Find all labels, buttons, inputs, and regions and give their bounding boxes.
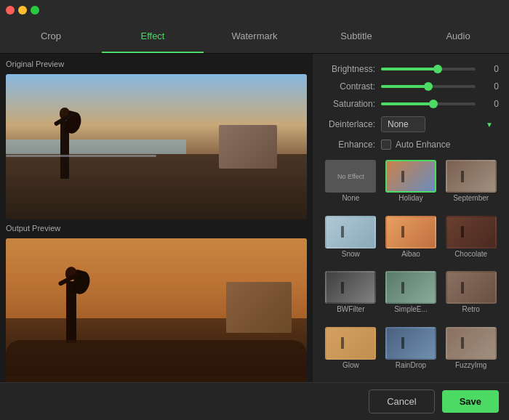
contrast-slider[interactable]: [381, 85, 476, 88]
brightness-label: Brightness:: [323, 64, 381, 74]
filter-name-september: September: [453, 194, 489, 202]
right-panel: Brightness: 0 Contrast: 0 Saturation: 0: [313, 54, 509, 420]
filter-name-aibao: Aibao: [401, 250, 420, 258]
filter-item-glow[interactable]: Glow: [323, 327, 379, 379]
filter-name-glow: Glow: [342, 361, 359, 369]
filter-item-chocolate[interactable]: Chocolate: [443, 216, 499, 267]
auto-enhance-text: Auto Enhance: [396, 140, 450, 150]
auto-enhance-checkbox[interactable]: [381, 140, 391, 150]
filter-grid: No EffectNoneHolidaySeptemberSnowAibaoCh…: [323, 160, 499, 378]
saturation-slider[interactable]: [381, 102, 476, 105]
filter-name-simple: SimpleE...: [394, 305, 428, 313]
deinterlace-dropdown-wrapper: None Low Medium High ▼: [381, 116, 499, 132]
original-preview-label: Original Preview: [6, 60, 307, 68]
enhance-row: Enhance: Auto Enhance: [323, 140, 499, 150]
filter-item-none[interactable]: No EffectNone: [323, 160, 379, 211]
cancel-button[interactable]: Cancel: [369, 389, 434, 413]
saturation-label: Saturation:: [323, 99, 381, 109]
saturation-row: Saturation: 0: [323, 99, 499, 109]
contrast-label: Contrast:: [323, 81, 381, 92]
filter-thumb-september: [446, 160, 497, 193]
output-preview-label: Output Preview: [6, 224, 307, 233]
tab-crop[interactable]: Crop: [0, 20, 102, 53]
contrast-row: Contrast: 0: [323, 81, 499, 92]
filter-item-fuzzyimg[interactable]: FuzzyImg: [443, 327, 499, 379]
dropdown-arrow-icon: ▼: [486, 121, 493, 129]
filter-thumb-retro: [446, 271, 497, 304]
contrast-fill: [381, 85, 428, 88]
deinterlace-row: Deinterlace: None Low Medium High ▼: [323, 116, 499, 132]
original-preview: [6, 74, 307, 219]
left-panel: Original Preview: [0, 54, 313, 420]
filter-item-september[interactable]: September: [443, 160, 499, 211]
minimize-button[interactable]: [18, 6, 27, 15]
filter-item-bwfilter[interactable]: BWFilter: [323, 271, 379, 323]
traffic-lights: [6, 6, 39, 15]
filter-thumb-raindrop: [385, 327, 436, 360]
close-button[interactable]: [6, 6, 15, 15]
filter-name-retro: Retro: [462, 305, 479, 313]
brightness-thumb[interactable]: [433, 65, 442, 73]
filter-thumb-none: No Effect: [325, 160, 376, 193]
filter-thumb-fuzzyimg: [446, 327, 497, 360]
saturation-value: 0: [481, 99, 499, 109]
filter-thumb-simple: [385, 271, 436, 304]
filter-name-chocolate: Chocolate: [454, 250, 487, 258]
filter-item-raindrop[interactable]: RainDrop: [383, 327, 439, 379]
contrast-thumb[interactable]: [424, 82, 433, 91]
brightness-row: Brightness: 0: [323, 64, 499, 74]
tab-effect[interactable]: Effect: [102, 20, 204, 53]
tab-bar: Crop Effect Watermark Subtitle Audio: [0, 20, 509, 54]
deinterlace-label: Deinterlace:: [323, 119, 381, 129]
brightness-value: 0: [481, 64, 499, 74]
saturation-thumb[interactable]: [429, 100, 438, 108]
tab-audio[interactable]: Audio: [407, 20, 509, 53]
filter-name-none: None: [342, 194, 359, 202]
tab-watermark[interactable]: Watermark: [204, 20, 305, 53]
save-button[interactable]: Save: [442, 390, 499, 413]
titlebar: [0, 0, 509, 20]
filter-thumb-chocolate: [446, 216, 497, 249]
contrast-value: 0: [481, 81, 499, 92]
tab-subtitle[interactable]: Subtitle: [305, 20, 407, 53]
filter-name-snow: Snow: [342, 250, 360, 258]
filter-thumb-glow: [325, 327, 376, 360]
filter-item-holiday[interactable]: Holiday: [383, 160, 439, 211]
saturation-fill: [381, 102, 433, 105]
filter-thumb-snow: [325, 216, 376, 249]
brightness-slider[interactable]: [381, 68, 476, 70]
filter-name-fuzzyimg: FuzzyImg: [455, 361, 486, 369]
filter-thumb-bwfilter: [325, 271, 376, 304]
filter-item-snow[interactable]: Snow: [323, 216, 379, 267]
filter-item-aibao[interactable]: Aibao: [383, 216, 439, 267]
filter-name-holiday: Holiday: [398, 194, 422, 202]
filter-item-retro[interactable]: Retro: [443, 271, 499, 323]
footer: Cancel Save: [0, 382, 509, 420]
filter-thumb-aibao: [385, 216, 436, 249]
filter-name-raindrop: RainDrop: [396, 361, 426, 369]
filter-item-simple[interactable]: SimpleE...: [383, 271, 439, 323]
output-preview: [6, 238, 307, 384]
filter-name-bwfilter: BWFilter: [337, 305, 364, 313]
filter-thumb-holiday: [385, 160, 436, 193]
brightness-fill: [381, 68, 438, 70]
main-content: Original Preview: [0, 54, 509, 420]
deinterlace-select[interactable]: None Low Medium High: [381, 116, 425, 132]
enhance-label: Enhance:: [323, 140, 381, 150]
maximize-button[interactable]: [31, 6, 39, 15]
